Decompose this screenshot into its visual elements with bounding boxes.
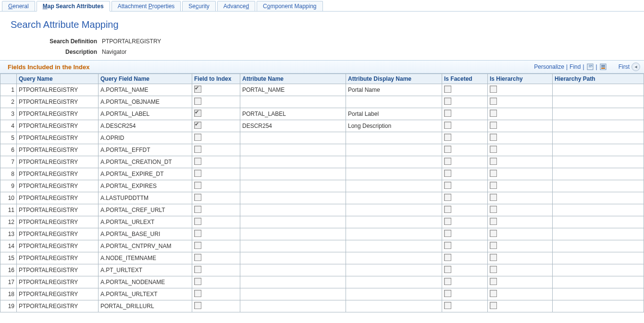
is-hierarchy-checkbox[interactable] — [490, 206, 497, 213]
is-hierarchy-checkbox[interactable] — [490, 182, 497, 189]
row-number: 5 — [0, 132, 17, 144]
cell-attribute-display-name — [346, 204, 442, 216]
is-faceted-checkbox[interactable] — [444, 134, 451, 141]
cell-is-faceted — [442, 96, 488, 108]
col-is-hierarchy[interactable]: Is Hierarchy — [488, 74, 553, 84]
view-all-icon[interactable] — [586, 63, 594, 71]
field-to-index-checkbox[interactable] — [194, 266, 201, 273]
field-to-index-checkbox[interactable] — [194, 206, 201, 213]
find-link[interactable]: Find — [570, 63, 581, 70]
is-hierarchy-checkbox[interactable] — [490, 170, 497, 177]
is-faceted-checkbox[interactable] — [444, 170, 451, 177]
table-row: 7PTPORTALREGISTRYA.PORTAL_CREATION_DT — [0, 156, 644, 168]
tab-0[interactable]: General — [2, 1, 35, 11]
is-hierarchy-checkbox[interactable] — [490, 290, 497, 297]
is-faceted-checkbox[interactable] — [444, 182, 451, 189]
is-hierarchy-checkbox[interactable] — [490, 134, 497, 141]
cell-field-to-index — [192, 240, 240, 252]
is-hierarchy-checkbox[interactable] — [490, 218, 497, 225]
is-hierarchy-checkbox[interactable] — [490, 194, 497, 201]
cell-attribute-name — [240, 240, 346, 252]
is-hierarchy-checkbox[interactable] — [490, 230, 497, 237]
tab-3[interactable]: Security — [182, 1, 215, 11]
table-row: 1PTPORTALREGISTRYA.PORTAL_NAMEPORTAL_NAM… — [0, 84, 644, 96]
field-to-index-checkbox[interactable] — [194, 134, 201, 141]
is-hierarchy-checkbox[interactable] — [490, 266, 497, 273]
is-hierarchy-checkbox[interactable] — [490, 122, 497, 129]
personalize-link[interactable]: Personalize — [534, 63, 564, 70]
row-number: 10 — [0, 192, 17, 204]
is-hierarchy-checkbox[interactable] — [490, 98, 497, 105]
cell-attribute-name — [240, 156, 346, 168]
tab-5[interactable]: Component Mapping — [257, 1, 322, 11]
cell-attribute-name — [240, 228, 346, 240]
col-query-name[interactable]: Query Name — [17, 74, 99, 84]
is-faceted-checkbox[interactable] — [444, 158, 451, 165]
is-faceted-checkbox[interactable] — [444, 242, 451, 249]
col-is-faceted[interactable]: Is Faceted — [442, 74, 488, 84]
col-field-to-index[interactable]: Field to Index — [192, 74, 240, 84]
is-faceted-checkbox[interactable] — [444, 302, 451, 309]
is-faceted-checkbox[interactable] — [444, 122, 451, 129]
field-to-index-checkbox[interactable] — [194, 254, 201, 261]
field-to-index-checkbox[interactable] — [194, 278, 201, 285]
field-to-index-checkbox[interactable] — [194, 242, 201, 249]
svg-rect-3 — [601, 66, 605, 67]
field-to-index-checkbox[interactable] — [194, 158, 201, 165]
row-number: 13 — [0, 228, 17, 240]
cell-is-hierarchy — [488, 276, 553, 288]
cell-query-field-name: A.OPRID — [99, 132, 192, 144]
row-number: 4 — [0, 120, 17, 132]
nav-first-icon[interactable]: ◄ — [632, 62, 640, 71]
field-to-index-checkbox[interactable] — [194, 170, 201, 177]
nav-first-label[interactable]: First — [619, 63, 630, 70]
download-icon[interactable] — [599, 63, 607, 71]
is-faceted-checkbox[interactable] — [444, 98, 451, 105]
cell-is-hierarchy — [488, 132, 553, 144]
cell-field-to-index — [192, 216, 240, 228]
is-hierarchy-checkbox[interactable] — [490, 278, 497, 285]
tab-2[interactable]: Attachment Properties — [111, 1, 181, 11]
is-hierarchy-checkbox[interactable] — [490, 146, 497, 153]
is-faceted-checkbox[interactable] — [444, 254, 451, 261]
table-row: 16PTPORTALREGISTRYA.PT_URLTEXT — [0, 264, 644, 276]
is-faceted-checkbox[interactable] — [444, 110, 451, 117]
is-faceted-checkbox[interactable] — [444, 146, 451, 153]
field-to-index-checkbox[interactable] — [194, 146, 201, 153]
is-faceted-checkbox[interactable] — [444, 278, 451, 285]
field-to-index-checkbox[interactable] — [194, 290, 201, 297]
is-faceted-checkbox[interactable] — [444, 86, 451, 93]
tab-1[interactable]: Map Search Attributes — [37, 1, 110, 12]
is-hierarchy-checkbox[interactable] — [490, 254, 497, 261]
field-to-index-checkbox[interactable] — [194, 218, 201, 225]
cell-field-to-index — [192, 264, 240, 276]
col-attribute-name[interactable]: Attribute Name — [240, 74, 346, 84]
cell-field-to-index — [192, 276, 240, 288]
tab-4[interactable]: Advanced — [217, 1, 255, 11]
field-to-index-checkbox[interactable] — [194, 194, 201, 201]
is-faceted-checkbox[interactable] — [444, 218, 451, 225]
is-faceted-checkbox[interactable] — [444, 266, 451, 273]
is-hierarchy-checkbox[interactable] — [490, 110, 497, 117]
field-to-index-checkbox[interactable] — [194, 98, 201, 105]
field-to-index-checkbox[interactable] — [194, 230, 201, 237]
row-number: 17 — [0, 276, 17, 288]
is-hierarchy-checkbox[interactable] — [490, 158, 497, 165]
is-faceted-checkbox[interactable] — [444, 206, 451, 213]
col-query-field-name[interactable]: Query Field Name — [99, 74, 192, 84]
is-faceted-checkbox[interactable] — [444, 230, 451, 237]
field-to-index-checkbox[interactable] — [194, 182, 201, 189]
is-faceted-checkbox[interactable] — [444, 290, 451, 297]
cell-is-hierarchy — [488, 300, 553, 312]
cell-attribute-display-name — [346, 252, 442, 264]
cell-attribute-display-name — [346, 264, 442, 276]
is-hierarchy-checkbox[interactable] — [490, 302, 497, 309]
is-faceted-checkbox[interactable] — [444, 194, 451, 201]
cell-query-field-name: A.PORTAL_EFFDT — [99, 144, 192, 156]
is-hierarchy-checkbox[interactable] — [490, 86, 497, 93]
col-hierarchy-path[interactable]: Hierarchy Path — [553, 74, 644, 84]
col-attribute-display-name[interactable]: Attribute Display Name — [346, 74, 442, 84]
is-hierarchy-checkbox[interactable] — [490, 242, 497, 249]
cell-query-field-name: A.PORTAL_CREATION_DT — [99, 156, 192, 168]
field-to-index-checkbox[interactable] — [194, 302, 201, 309]
